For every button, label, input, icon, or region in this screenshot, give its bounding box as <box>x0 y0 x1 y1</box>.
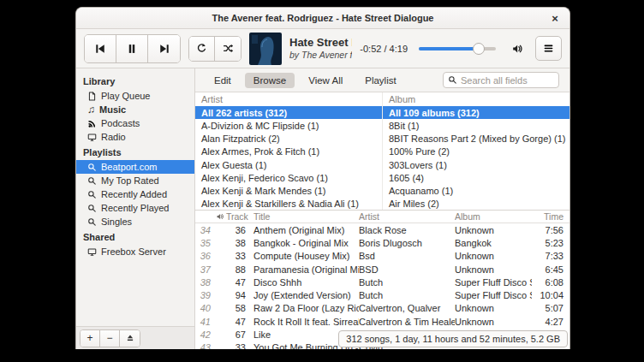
next-button[interactable] <box>148 35 180 62</box>
track-row[interactable]: 36 33 Compute (Housey Mix) Bsd Unknown 7… <box>195 250 569 263</box>
tab-edit[interactable]: Edit <box>206 73 240 88</box>
previous-button[interactable] <box>85 35 116 62</box>
sidebar-item-label: Beatport.com <box>101 162 157 172</box>
artist-row[interactable]: Alex Kenji, Federico Scavo (1) <box>195 171 382 184</box>
track-artist: Boris Dlugosch <box>359 238 455 248</box>
sidebar-item-play-queue[interactable]: Play Queue <box>76 89 194 103</box>
now-playing-title: Hate Street Dialogue <box>289 36 352 50</box>
album-row[interactable]: 8Bit (1) <box>383 119 569 132</box>
search-icon <box>87 163 97 172</box>
sidebar-item-label: Play Queue <box>101 91 150 101</box>
track-number: 47 <box>226 317 248 327</box>
track-number: 94 <box>226 290 248 300</box>
artist-row[interactable]: A-Divizion & MC Flipside (1) <box>195 119 382 132</box>
track-number: 47 <box>226 277 248 288</box>
track-column-header[interactable]: Track <box>226 211 248 222</box>
sidebar-item-radio[interactable]: Radio <box>76 130 194 144</box>
search-icon <box>87 204 97 213</box>
track-row[interactable]: 39 94 Joy (Extended Version) Butch Super… <box>195 288 569 301</box>
sidebar-header-shared: Shared <box>76 228 194 245</box>
title-column-header[interactable]: Title <box>248 211 359 222</box>
sidebar-item-recently-added[interactable]: Recently Added <box>76 187 194 201</box>
speaker-icon <box>216 212 224 221</box>
menu-button[interactable] <box>535 36 562 61</box>
sidebar-header-library: Library <box>76 73 194 89</box>
titlebar[interactable]: The Avener feat. Rodriguez - Hate Street… <box>76 8 569 29</box>
tab-view-all[interactable]: View All <box>300 73 351 88</box>
artist-column-header[interactable]: Artist <box>359 211 455 222</box>
seek-slider[interactable] <box>419 47 496 50</box>
track-album: Unknown <box>455 303 532 313</box>
artist-column: Artist All 262 artists (312) A-Divizion … <box>195 92 383 210</box>
artist-row[interactable]: Alex Kenji & Starkillers & Nadia Ali (1) <box>195 198 382 211</box>
track-row[interactable]: 41 47 Rock It Roll It feat. Sirreal Pip…… <box>195 315 569 328</box>
rss-icon <box>87 119 97 128</box>
shuffle-icon <box>223 43 234 54</box>
album-row[interactable]: 8BIT Reasons Part 2 (Mixed by Gorge) (1) <box>383 133 569 145</box>
album-row[interactable]: 1605 (4) <box>383 171 569 184</box>
album-row[interactable]: 100% Pure (2) <box>383 145 569 158</box>
transport-button-group <box>84 34 181 63</box>
sidebar-item-music[interactable]: ♫ Music <box>76 103 194 116</box>
sidebar-item-freebox-server[interactable]: Freebox Server <box>76 245 194 258</box>
artist-row[interactable]: Alex Kenji & Mark Mendes (1) <box>195 185 382 198</box>
track-title: Disco Shhh <box>248 277 359 288</box>
main-panel: Edit Browse View All Playlist Artist All… <box>195 68 569 349</box>
sidebar-item-podcasts[interactable]: Podcasts <box>76 116 194 130</box>
eject-button[interactable] <box>120 330 140 347</box>
window-title: The Avener feat. Rodriguez - Hate Street… <box>212 13 434 23</box>
row-number: 38 <box>195 277 213 288</box>
plus-icon: + <box>86 332 92 344</box>
track-album: Unknown <box>455 264 532 275</box>
track-row[interactable]: 35 38 Bangkok - Original Mix Boris Dlugo… <box>195 236 569 249</box>
sidebar-header-playlists: Playlists <box>76 144 194 160</box>
repeat-button[interactable] <box>189 37 215 61</box>
repeat-icon <box>196 43 207 54</box>
track-row[interactable]: 34 36 Anthem (Original Mix) Black Rose U… <box>195 223 569 236</box>
close-icon[interactable]: × <box>548 11 562 25</box>
sidebar-item-singles[interactable]: Singles <box>76 215 194 228</box>
remove-playlist-button[interactable]: − <box>100 330 120 347</box>
time-column-header[interactable]: Time <box>532 211 569 222</box>
artist-row[interactable]: Alex Guesta (1) <box>195 158 382 171</box>
sidebar-item-my-top-rated[interactable]: My Top Rated <box>76 174 194 187</box>
track-row[interactable]: 40 58 Raw 2 Da Floor (Lazy Rich Re… Calv… <box>195 302 569 315</box>
track-time: 7:33 <box>532 251 569 261</box>
artist-row[interactable]: All 262 artists (312) <box>195 106 382 119</box>
search-field[interactable] <box>443 72 559 88</box>
track-row[interactable]: 37 88 Paramanesia (Original Mix) BSD Unk… <box>195 263 569 276</box>
volume-button[interactable] <box>507 39 528 59</box>
album-row[interactable]: 303Lovers (1) <box>383 158 569 171</box>
sidebar-item-beatport[interactable]: Beatport.com <box>76 160 194 174</box>
sidebar-item-label: Podcasts <box>101 118 140 128</box>
sidebar-item-recently-played[interactable]: Recently Played <box>76 201 194 215</box>
track-title: Rock It Roll It feat. Sirreal Pip… <box>248 317 359 327</box>
sidebar-sections: Library Play Queue ♫ Music Podcasts Radi… <box>76 68 194 326</box>
artist-row[interactable]: Alex Armes, Prok & Fitch (1) <box>195 145 382 158</box>
tab-playlist[interactable]: Playlist <box>356 73 404 88</box>
pause-button[interactable] <box>116 35 148 62</box>
track-number: 33 <box>226 342 248 349</box>
search-input[interactable] <box>461 75 554 86</box>
track-artist: Bsd <box>359 251 455 261</box>
album-row[interactable]: Air Miles (2) <box>383 198 569 211</box>
playing-indicator-column-header[interactable] <box>213 212 226 221</box>
row-number: 36 <box>195 251 213 261</box>
track-number: 36 <box>226 225 248 235</box>
row-number: 43 <box>195 342 213 349</box>
track-title: Joy (Extended Version) <box>248 290 359 300</box>
shuffle-button[interactable] <box>215 37 241 61</box>
seek-slider-handle[interactable] <box>473 43 485 55</box>
sidebar-footer: + − <box>76 326 194 349</box>
music-note-icon: ♫ <box>87 105 95 115</box>
minus-icon: − <box>106 332 112 344</box>
now-playing-info: Hate Street Dialogue by The Avener feat.… <box>289 36 352 61</box>
album-row[interactable]: All 109 albums (312) <box>383 106 569 119</box>
tab-browse[interactable]: Browse <box>245 73 295 88</box>
artist-row[interactable]: Alan Fitzpatrick (2) <box>195 133 382 145</box>
add-playlist-button[interactable]: + <box>80 330 100 347</box>
library-browser: Artist All 262 artists (312) A-Divizion … <box>195 92 569 211</box>
track-row[interactable]: 38 47 Disco Shhh Butch Super Fluff Disco… <box>195 276 569 288</box>
album-column-header[interactable]: Album <box>455 211 532 222</box>
album-row[interactable]: Acquanamo (1) <box>383 185 569 198</box>
